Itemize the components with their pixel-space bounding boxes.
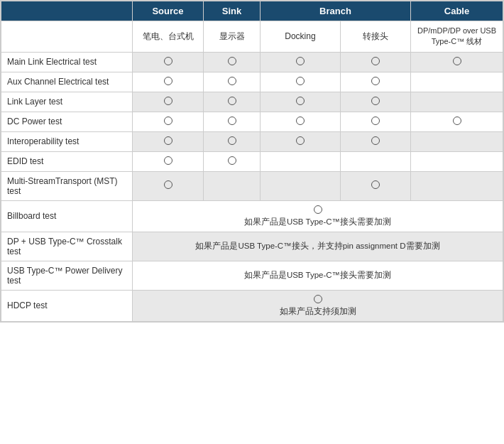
header-branch: Branch (261, 1, 411, 21)
circle-icon (164, 77, 172, 85)
docking-cell-1 (261, 72, 341, 92)
header-empty (1, 1, 133, 21)
circle-icon (228, 117, 236, 125)
converter-cell-1 (340, 72, 410, 92)
header-row-1: Source Sink Branch Cable (1, 1, 503, 21)
table-row: DC Power test (1, 112, 503, 131)
row-label-0: Main Link Electrical test (1, 52, 133, 72)
circle-icon (164, 57, 172, 65)
note-cell-7: 如果产品是USB Type-C™接头需要加测 (133, 200, 503, 232)
cable-cell-6 (411, 171, 503, 200)
table-body: Main Link Electrical testAux Channel Ele… (1, 52, 503, 321)
sink-cell-0 (204, 52, 261, 72)
converter-cell-0 (340, 52, 410, 72)
circle-icon (296, 97, 305, 105)
sink-cell-2 (204, 92, 261, 112)
table-row: Main Link Electrical test (1, 52, 503, 72)
sink-cell-5 (204, 151, 261, 171)
table-row: DP + USB Type-C™ Crosstalk test如果产品是USB … (1, 232, 503, 261)
note-cell-10: 如果产品支持须加测 (133, 290, 503, 321)
source-cell-6 (133, 171, 204, 200)
circle-icon (296, 136, 305, 145)
sink-cell-1 (204, 72, 261, 92)
source-cell-2 (133, 92, 204, 112)
row-label-5: EDID test (1, 151, 133, 171)
circle-icon (228, 136, 236, 145)
header-row-2: 笔电、台式机 显示器 Docking 转接头 DP/mDP/DP over US… (1, 21, 503, 53)
subheader-empty (1, 21, 133, 53)
docking-cell-4 (261, 131, 341, 151)
docking-cell-3 (261, 112, 341, 131)
circle-icon (228, 57, 236, 65)
circle-icon (371, 57, 380, 65)
circle-icon (296, 117, 305, 125)
circle-icon (164, 97, 172, 105)
circle-icon (371, 117, 380, 125)
circle-icon (371, 180, 380, 189)
circle-icon (314, 205, 322, 214)
circle-icon (314, 295, 322, 303)
sink-cell-4 (204, 131, 261, 151)
table-row: Link Layer test (1, 92, 503, 112)
row-label-6: Multi-StreamTransport (MST) test (1, 171, 133, 200)
circle-icon (296, 77, 305, 85)
compliance-table: Source Sink Branch Cable 笔电、台式机 显示器 Dock… (1, 1, 503, 322)
table-row: EDID test (1, 151, 503, 171)
cable-cell-1 (411, 72, 503, 92)
table-row: USB Type-C™ Power Delivery test如果产品是USB … (1, 261, 503, 290)
circle-icon (228, 77, 236, 85)
circle-icon (453, 117, 461, 125)
table-row: Interoperability test (1, 131, 503, 151)
circle-icon (164, 156, 172, 165)
header-source: Source (133, 1, 204, 21)
row-label-10: HDCP test (1, 290, 133, 321)
subheader-docking: Docking (261, 21, 341, 53)
table-row: Multi-StreamTransport (MST) test (1, 171, 503, 200)
row-label-2: Link Layer test (1, 92, 133, 112)
circle-icon (371, 136, 380, 145)
converter-cell-5 (340, 151, 410, 171)
docking-cell-0 (261, 52, 341, 72)
row-label-3: DC Power test (1, 112, 133, 131)
docking-cell-6 (261, 171, 341, 200)
row-label-1: Aux Channel Electrical test (1, 72, 133, 92)
row-label-9: USB Type-C™ Power Delivery test (1, 261, 133, 290)
circle-icon (453, 57, 461, 65)
source-cell-5 (133, 151, 204, 171)
circle-icon (371, 97, 380, 105)
docking-cell-2 (261, 92, 341, 112)
subheader-source-sub: 笔电、台式机 (133, 21, 204, 53)
cable-cell-4 (411, 131, 503, 151)
circle-icon (296, 57, 305, 65)
note-cell-8: 如果产品是USB Type-C™接头，并支持pin assignment D需要… (133, 232, 503, 261)
row-label-7: Billboard test (1, 200, 133, 232)
main-table-container: Source Sink Branch Cable 笔电、台式机 显示器 Dock… (0, 0, 504, 323)
row-label-8: DP + USB Type-C™ Crosstalk test (1, 232, 133, 261)
header-cable: Cable (411, 1, 503, 21)
source-cell-3 (133, 112, 204, 131)
cable-cell-0 (411, 52, 503, 72)
circle-icon (371, 77, 380, 85)
cable-cell-2 (411, 92, 503, 112)
sink-cell-6 (204, 171, 261, 200)
circle-icon (228, 156, 236, 165)
source-cell-1 (133, 72, 204, 92)
subheader-cable-sub: DP/mDP/DP over USB Type-C™ 线材 (411, 21, 503, 53)
header-sink: Sink (204, 1, 261, 21)
circle-icon (164, 136, 172, 145)
table-row: Billboard test如果产品是USB Type-C™接头需要加测 (1, 200, 503, 232)
converter-cell-4 (340, 131, 410, 151)
subheader-sink-sub: 显示器 (204, 21, 261, 53)
table-row: Aux Channel Electrical test (1, 72, 503, 92)
circle-icon (164, 180, 172, 189)
source-cell-0 (133, 52, 204, 72)
row-label-4: Interoperability test (1, 131, 133, 151)
converter-cell-6 (340, 171, 410, 200)
cable-cell-3 (411, 112, 503, 131)
converter-cell-2 (340, 92, 410, 112)
sink-cell-3 (204, 112, 261, 131)
docking-cell-5 (261, 151, 341, 171)
subheader-converter: 转接头 (340, 21, 410, 53)
note-cell-9: 如果产品是USB Type-C™接头需要加测 (133, 261, 503, 290)
circle-icon (228, 97, 236, 105)
